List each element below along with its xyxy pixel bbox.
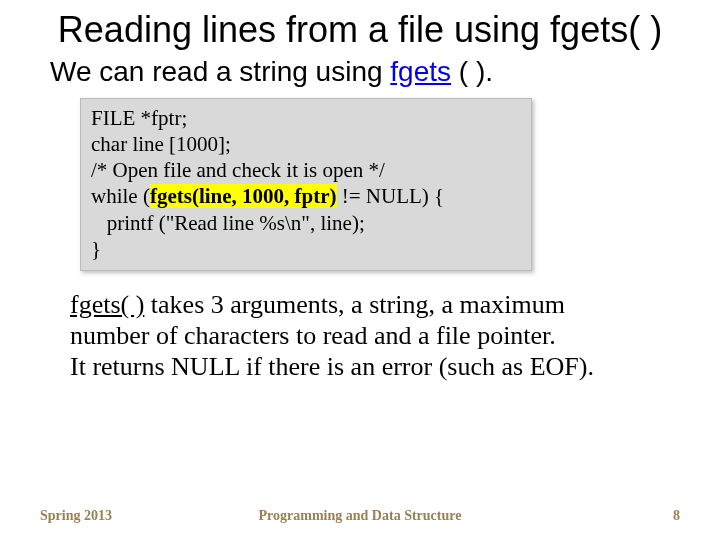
page-number: 8 bbox=[673, 508, 680, 524]
footer: Spring 2013 Programming and Data Structu… bbox=[0, 508, 720, 524]
slide-title: Reading lines from a file using fgets( ) bbox=[40, 10, 680, 50]
code-highlight: fgets(line, 1000, fptr) bbox=[150, 184, 337, 208]
code-line: } bbox=[91, 236, 521, 262]
code-line: printf ("Read line %s\n", line); bbox=[91, 210, 521, 236]
intro-text: We can read a string using fgets ( ). bbox=[50, 56, 680, 88]
code-line: char line [1000]; bbox=[91, 131, 521, 157]
code-line: while (fgets(line, 1000, fptr) != NULL) … bbox=[91, 183, 521, 209]
desc-text: It returns NULL if there is an error (su… bbox=[70, 352, 594, 381]
desc-text: number of characters to read and a file … bbox=[70, 321, 556, 350]
intro-suffix: ( ). bbox=[451, 56, 493, 87]
desc-text: takes 3 arguments, a string, a maximum bbox=[144, 290, 565, 319]
code-line: FILE *fptr; bbox=[91, 105, 521, 131]
fgets-underline: fgets( ) bbox=[70, 290, 144, 319]
footer-left: Spring 2013 bbox=[40, 508, 112, 524]
intro-prefix: We can read a string using bbox=[50, 56, 390, 87]
description-text: fgets( ) takes 3 arguments, a string, a … bbox=[70, 289, 660, 383]
code-box: FILE *fptr; char line [1000]; /* Open fi… bbox=[80, 98, 532, 272]
fgets-link[interactable]: fgets bbox=[390, 56, 451, 87]
code-text: while ( bbox=[91, 184, 150, 208]
code-text: != NULL) { bbox=[337, 184, 445, 208]
code-line: /* Open file and check it is open */ bbox=[91, 157, 521, 183]
slide: Reading lines from a file using fgets( )… bbox=[0, 0, 720, 540]
